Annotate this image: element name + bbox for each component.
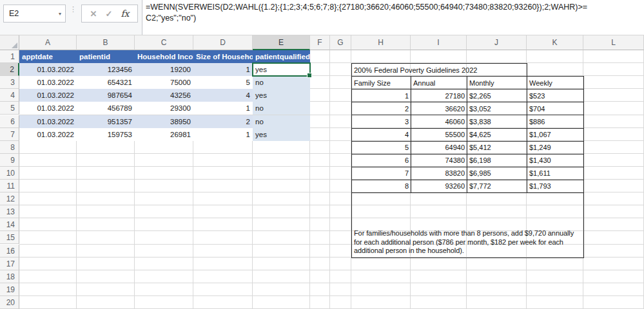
select-all-corner[interactable]: [0, 35, 19, 50]
name-box[interactable]: E2 ▾: [3, 5, 66, 23]
row-header-18[interactable]: 18: [0, 270, 19, 283]
row-header-9[interactable]: 9: [0, 154, 19, 167]
cell-C2[interactable]: 19200: [135, 63, 193, 76]
column-header-B[interactable]: B: [77, 35, 135, 50]
row-header-7[interactable]: 7: [0, 128, 19, 141]
cell-E1[interactable]: patientqualified: [253, 50, 310, 63]
cell-I9[interactable]: 74380: [411, 154, 467, 167]
cell-D5[interactable]: 1: [193, 102, 253, 115]
cell-K9[interactable]: $1,430: [527, 154, 584, 167]
cell-B7[interactable]: 159753: [77, 128, 135, 141]
cell-K6[interactable]: $886: [527, 115, 584, 128]
row-header-4[interactable]: 4: [0, 89, 19, 102]
chevron-down-icon[interactable]: ▾: [55, 11, 65, 17]
selected-cell-outline[interactable]: [252, 62, 311, 77]
cell-I11[interactable]: 93260: [411, 180, 467, 192]
cell-H3[interactable]: Family Size: [352, 77, 411, 89]
cell-B3[interactable]: 654321: [77, 76, 135, 89]
cell-C5[interactable]: 29300: [135, 102, 193, 115]
cell-J8[interactable]: $5,412: [467, 141, 527, 154]
insert-function-icon[interactable]: fx: [121, 8, 129, 19]
cell-J10[interactable]: $6,985: [467, 167, 527, 180]
row-header-11[interactable]: 11: [0, 180, 19, 192]
column-header-F[interactable]: F: [310, 35, 330, 50]
row-header-10[interactable]: 10: [0, 167, 19, 180]
column-header-A[interactable]: A: [19, 35, 77, 50]
enter-icon[interactable]: ✓: [105, 9, 112, 19]
cell-A2[interactable]: 01.03.2022: [19, 63, 77, 76]
cell-D3[interactable]: 5: [193, 76, 253, 89]
cell-B4[interactable]: 987654: [77, 89, 135, 102]
column-header-H[interactable]: H: [351, 35, 411, 50]
cell-H11[interactable]: 8: [352, 180, 411, 192]
cell-I6[interactable]: 46060: [411, 115, 467, 128]
cell-A1[interactable]: apptdate: [19, 50, 77, 63]
cell-H10[interactable]: 7: [352, 167, 411, 180]
cell-C6[interactable]: 38950: [135, 115, 193, 128]
row-header-17[interactable]: 17: [0, 258, 19, 270]
cell-K7[interactable]: $1,067: [527, 128, 584, 141]
cell-E4[interactable]: yes: [253, 89, 310, 102]
column-header-G[interactable]: G: [330, 35, 351, 50]
cell-C3[interactable]: 75000: [135, 76, 193, 89]
cell-I4[interactable]: 27180: [411, 89, 467, 102]
cell-H9[interactable]: 6: [352, 154, 411, 167]
cell-H12-note[interactable]: For families/households with more than 8…: [352, 193, 584, 258]
cell-H6[interactable]: 3: [352, 115, 411, 128]
cell-K3[interactable]: Weekly: [527, 77, 584, 89]
row-header-20[interactable]: 20: [0, 296, 19, 309]
cell-H5[interactable]: 2: [352, 102, 411, 115]
column-header-I[interactable]: I: [411, 35, 467, 50]
cell-B1[interactable]: patientid: [77, 50, 135, 63]
cell-J3[interactable]: Monthly: [467, 77, 527, 89]
cell-B2[interactable]: 123456: [77, 63, 135, 76]
cell-I5[interactable]: 36620: [411, 102, 467, 115]
cell-D2[interactable]: 1: [193, 63, 253, 76]
cell-K10[interactable]: $1,611: [527, 167, 584, 180]
cell-B6[interactable]: 951357: [77, 115, 135, 128]
cell-E6[interactable]: no: [253, 115, 310, 128]
cell-J7[interactable]: $4,625: [467, 128, 527, 141]
row-header-5[interactable]: 5: [0, 102, 19, 115]
row-header-13[interactable]: 13: [0, 205, 19, 218]
cell-A5[interactable]: 01.03.2022: [19, 102, 77, 115]
cell-I10[interactable]: 83820: [411, 167, 467, 180]
cell-E3[interactable]: no: [253, 76, 310, 89]
cell-E5[interactable]: no: [253, 102, 310, 115]
cell-J9[interactable]: $6,198: [467, 154, 527, 167]
row-header-14[interactable]: 14: [0, 218, 19, 231]
row-header-8[interactable]: 8: [0, 141, 19, 154]
column-header-C[interactable]: C: [135, 35, 193, 50]
cell-E7[interactable]: yes: [253, 128, 310, 141]
column-header-J[interactable]: J: [467, 35, 527, 50]
row-header-16[interactable]: 16: [0, 245, 19, 258]
cell-A6[interactable]: 01.03.2022: [19, 115, 77, 128]
cell-H7[interactable]: 4: [352, 128, 411, 141]
cell-C1[interactable]: Household Incom: [135, 50, 193, 63]
cell-I8[interactable]: 64940: [411, 141, 467, 154]
cell-C7[interactable]: 26981: [135, 128, 193, 141]
cell-K11[interactable]: $1,793: [527, 180, 584, 192]
cell-H2[interactable]: 200% Federal Poverty Guidelines 2022: [352, 64, 527, 77]
cell-D6[interactable]: 2: [193, 115, 253, 128]
column-header-K[interactable]: K: [527, 35, 583, 50]
row-header-1[interactable]: 1: [0, 50, 19, 63]
cell-D4[interactable]: 4: [193, 89, 253, 102]
cell-K5[interactable]: $704: [527, 102, 584, 115]
row-header-2[interactable]: 2: [0, 63, 19, 76]
cell-J6[interactable]: $3,838: [467, 115, 527, 128]
row-header-6[interactable]: 6: [0, 115, 19, 128]
row-header-3[interactable]: 3: [0, 76, 19, 89]
formula-input[interactable]: =WENN(SVERWEIS(D2;WAHL({1.2};{1;2;3;4;5;…: [142, 0, 644, 35]
cell-A4[interactable]: 01.03.2022: [19, 89, 77, 102]
cell-H4[interactable]: 1: [352, 89, 411, 102]
cell-A3[interactable]: 01.03.2022: [19, 76, 77, 89]
fill-handle[interactable]: [307, 73, 312, 78]
column-header-D[interactable]: D: [193, 35, 253, 50]
cell-J5[interactable]: $3,052: [467, 102, 527, 115]
cell-K2[interactable]: [527, 64, 584, 77]
cell-A7[interactable]: 01.03.2022: [19, 128, 77, 141]
column-header-L[interactable]: L: [583, 35, 644, 50]
cell-C4[interactable]: 43256: [135, 89, 193, 102]
cell-I7[interactable]: 55500: [411, 128, 467, 141]
